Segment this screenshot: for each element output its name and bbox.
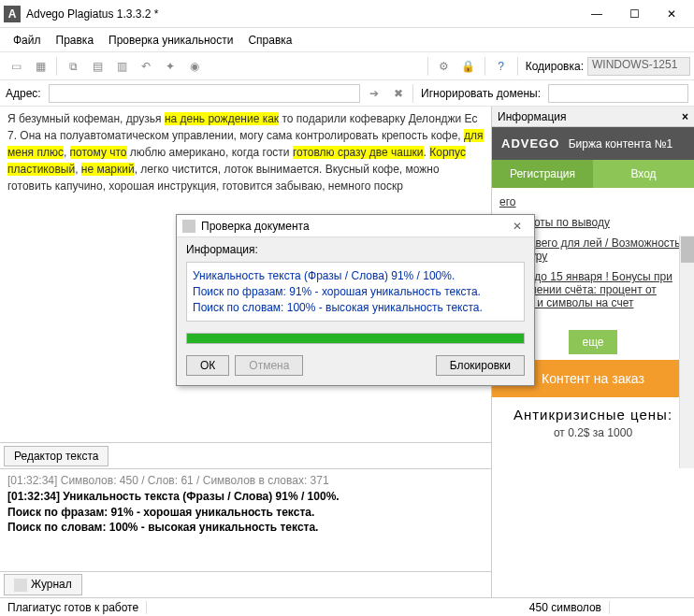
- tab-journal[interactable]: Журнал: [4, 574, 82, 595]
- cancel-button: Отмена: [235, 355, 303, 376]
- dialog-title: Проверка документа: [201, 220, 310, 233]
- ignore-domains-label: Игнорировать домены:: [421, 87, 541, 100]
- tab-editor[interactable]: Редактор текста: [4, 446, 108, 466]
- separator: [484, 57, 485, 76]
- addressbar: Адрес: ➔ ✖ Игнорировать домены:: [0, 80, 694, 107]
- scrollbar-thumb[interactable]: [681, 236, 694, 263]
- menubar: Файл Правка Проверка уникальности Справк…: [0, 28, 694, 52]
- toolbar-globe-icon[interactable]: ◉: [184, 56, 205, 77]
- side-auth: Регистрация Вход: [492, 160, 694, 188]
- toolbar-new-icon[interactable]: ▭: [6, 56, 26, 77]
- encoding-label: Кодировка:: [526, 60, 584, 73]
- toolbar-copy-icon[interactable]: ⧉: [63, 56, 83, 77]
- brand-subtitle: Биржа контента №1: [569, 137, 673, 150]
- ignore-domains-input[interactable]: [548, 84, 688, 103]
- encoding-select[interactable]: WINDOWS-1251: [587, 57, 690, 76]
- address-label: Адрес:: [6, 87, 41, 100]
- editor-tabs: Редактор текста: [0, 442, 491, 468]
- login-button[interactable]: Вход: [593, 160, 694, 188]
- menu-check[interactable]: Проверка уникальности: [101, 30, 240, 50]
- progress-fill: [187, 334, 524, 343]
- menu-edit[interactable]: Правка: [49, 30, 102, 50]
- go-icon[interactable]: ➔: [364, 83, 384, 104]
- app-icon: A: [4, 6, 21, 22]
- toolbar-paste-icon[interactable]: ▤: [87, 56, 108, 77]
- separator: [427, 57, 428, 76]
- toolbar-html-icon[interactable]: ▦: [30, 56, 51, 77]
- side-header: Информация ×: [492, 107, 694, 127]
- menu-help[interactable]: Справка: [240, 30, 299, 50]
- separator: [517, 57, 518, 76]
- prices-block: Антикризисные цены: от 0.2$ за 1000: [492, 397, 694, 449]
- log-output: [01:32:34] Символов: 450 / Слов: 61 / Си…: [0, 468, 491, 571]
- titlebar: A Advego Plagiatus 1.3.3.2 * — ☐ ✕: [0, 0, 694, 28]
- separator: [56, 57, 57, 76]
- dialog-body: Уникальность текста (Фразы / Слова) 91% …: [186, 262, 525, 322]
- dialog-titlebar[interactable]: Проверка документа ✕: [177, 215, 534, 237]
- journal-icon: [14, 579, 27, 592]
- status-ready: Плагиатус готов к работе: [0, 601, 147, 614]
- news-item[interactable]: его: [499, 195, 687, 208]
- toolbar-help-icon[interactable]: ?: [491, 56, 512, 77]
- dialog-label: Информация:: [177, 237, 534, 262]
- side-brand: ADVEGO Биржа контента №1: [492, 127, 694, 160]
- more-button[interactable]: еще: [569, 330, 616, 354]
- dialog-buttons: ОК Отмена Блокировки: [177, 350, 534, 385]
- dialog-icon: [182, 220, 195, 233]
- side-header-title: Информация: [498, 110, 566, 123]
- status-chars: 450 символов: [522, 601, 610, 614]
- toolbar-cut-icon[interactable]: ▥: [111, 56, 132, 77]
- toolbar: ▭ ▦ ⧉ ▤ ▥ ↶ ✦ ◉ ⚙ 🔒 ? Кодировка: WINDOWS…: [0, 52, 694, 80]
- block-button[interactable]: Блокировки: [436, 355, 525, 376]
- separator: [412, 84, 413, 103]
- toolbar-tool-icon[interactable]: ✦: [160, 56, 181, 77]
- statusbar: Плагиатус готов к работе 450 символов: [0, 597, 694, 616]
- side-scrollbar[interactable]: [679, 236, 694, 468]
- log-tabs: Журнал: [0, 571, 491, 597]
- toolbar-undo-icon[interactable]: ↶: [136, 56, 156, 77]
- prices-title: Антикризисные цены:: [501, 407, 685, 423]
- close-button[interactable]: ✕: [653, 1, 690, 27]
- brand-name: ADVEGO: [501, 136, 559, 150]
- dialog-close-icon[interactable]: ✕: [506, 220, 528, 233]
- stop-icon[interactable]: ✖: [388, 83, 409, 104]
- toolbar-lock-icon[interactable]: 🔒: [458, 56, 479, 77]
- side-close-icon[interactable]: ×: [682, 110, 688, 123]
- register-button[interactable]: Регистрация: [492, 160, 593, 188]
- address-input[interactable]: [49, 84, 360, 103]
- menu-file[interactable]: Файл: [6, 30, 49, 50]
- tab-journal-label: Журнал: [31, 578, 72, 591]
- window-title: Advego Plagiatus 1.3.3.2 *: [26, 7, 578, 21]
- toolbar-settings-icon[interactable]: ⚙: [434, 56, 455, 77]
- check-dialog: Проверка документа ✕ Информация: Уникаль…: [176, 214, 535, 386]
- prices-line: от 0.2$ за 1000: [501, 426, 685, 439]
- maximize-button[interactable]: ☐: [615, 1, 653, 27]
- ok-button[interactable]: ОК: [186, 355, 229, 376]
- minimize-button[interactable]: —: [578, 1, 615, 27]
- progress-bar: [186, 333, 525, 344]
